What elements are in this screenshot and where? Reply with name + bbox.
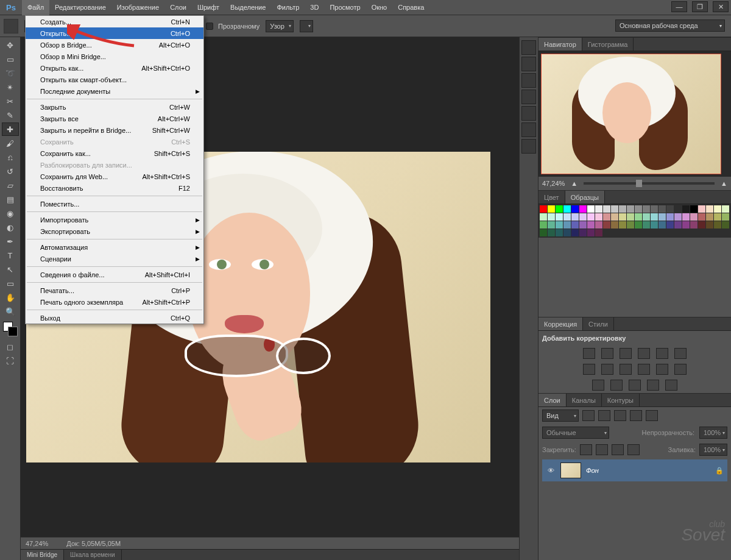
swatch[interactable] <box>563 213 571 221</box>
opacity-field[interactable]: 100% <box>699 427 727 439</box>
swatch[interactable] <box>571 221 579 229</box>
swatch[interactable] <box>651 213 658 221</box>
adj-brightness-icon[interactable] <box>583 348 595 359</box>
swatch[interactable] <box>579 205 587 213</box>
filter-smart-icon[interactable] <box>646 410 658 421</box>
swatch[interactable] <box>635 205 642 213</box>
eyedropper-tool-icon[interactable]: ✎ <box>2 108 19 122</box>
menu-item[interactable]: Печать одного экземпляраAlt+Shift+Ctrl+P <box>26 296 203 308</box>
swatch[interactable] <box>627 221 634 229</box>
swatch[interactable] <box>690 213 697 221</box>
menu-item[interactable]: Открыть...Ctrl+O <box>26 27 203 39</box>
menu-item[interactable]: Обзор в Mini Bridge... <box>26 51 203 62</box>
swatch[interactable] <box>666 213 674 221</box>
swatch[interactable] <box>659 205 666 213</box>
swatch[interactable] <box>651 205 658 213</box>
adj-threshold-icon[interactable] <box>592 380 604 391</box>
nav-zoom-slider[interactable] <box>584 182 715 185</box>
swatch[interactable] <box>611 205 618 213</box>
swatch[interactable] <box>643 213 650 221</box>
swatch[interactable] <box>563 229 571 236</box>
swatch[interactable] <box>674 205 682 213</box>
swatch[interactable] <box>587 229 595 236</box>
menu-3d[interactable]: 3D <box>305 0 324 15</box>
dock-icon[interactable] <box>521 139 536 154</box>
adj-channelmixer-icon[interactable] <box>620 364 632 375</box>
close-button[interactable]: ✕ <box>713 1 729 12</box>
swatch[interactable] <box>706 205 713 213</box>
maximize-button[interactable]: ❐ <box>692 1 708 12</box>
tab-channels[interactable]: Каналы <box>567 394 602 406</box>
swatch[interactable] <box>698 205 705 213</box>
swatch[interactable] <box>651 221 658 229</box>
swatch[interactable] <box>556 229 563 236</box>
swatch[interactable] <box>556 221 563 229</box>
hand-tool-icon[interactable]: ✋ <box>2 291 19 304</box>
crop-tool-icon[interactable]: ✂ <box>2 94 19 108</box>
workspace-select[interactable]: Основная рабочая среда <box>615 19 725 32</box>
menu-редактирование[interactable]: Редактирование <box>49 0 111 15</box>
swatch[interactable] <box>666 221 674 229</box>
swatch[interactable] <box>659 213 666 221</box>
history-brush-tool-icon[interactable]: ↺ <box>2 165 19 178</box>
color-swatches-icon[interactable] <box>3 322 18 336</box>
dock-icon[interactable] <box>521 122 536 137</box>
menu-item[interactable]: Поместить... <box>26 198 203 210</box>
brush-tool-icon[interactable]: 🖌 <box>2 136 19 150</box>
adj-photofilter-icon[interactable] <box>601 364 613 375</box>
tab-navigator[interactable]: Навигатор <box>539 38 582 51</box>
swatch[interactable] <box>611 221 618 229</box>
menu-шрифт[interactable]: Шрифт <box>192 0 225 15</box>
adj-gradmap-icon[interactable] <box>610 380 623 391</box>
swatch[interactable] <box>682 213 690 221</box>
adj-hue-icon[interactable] <box>674 348 687 359</box>
eraser-tool-icon[interactable]: ▱ <box>2 179 19 192</box>
menu-item[interactable]: ЗакрытьCtrl+W <box>26 101 203 113</box>
swatch[interactable] <box>714 221 721 229</box>
menu-изображение[interactable]: Изображение <box>111 0 164 15</box>
swatch[interactable] <box>587 205 595 213</box>
swatch[interactable] <box>611 213 618 221</box>
swatch[interactable] <box>548 213 555 221</box>
swatch[interactable] <box>674 221 682 229</box>
type-tool-icon[interactable]: T <box>2 249 19 262</box>
menu-фильтр[interactable]: Фильтр <box>271 0 305 15</box>
minimize-button[interactable]: — <box>671 1 687 12</box>
swatch[interactable] <box>690 205 697 213</box>
menu-item[interactable]: Открыть как смарт-объект... <box>26 74 203 85</box>
swatch[interactable] <box>722 221 729 229</box>
swatch[interactable] <box>714 213 721 221</box>
swatch[interactable] <box>571 213 579 221</box>
menu-просмотр[interactable]: Просмотр <box>324 0 366 15</box>
menu-item[interactable]: Экспортировать▶ <box>26 225 203 237</box>
swatch[interactable] <box>540 221 547 229</box>
shape-tool-icon[interactable]: ▭ <box>2 277 19 290</box>
wand-tool-icon[interactable]: ✴ <box>2 80 19 94</box>
filter-shape-icon[interactable] <box>630 410 642 421</box>
layer-filter-select[interactable]: Вид <box>542 409 579 422</box>
nav-zoom-in-icon[interactable]: ▲ <box>721 180 727 187</box>
dock-icon[interactable] <box>521 90 536 104</box>
swatch[interactable] <box>579 213 587 221</box>
tab-minibridge[interactable]: Mini Bridge <box>21 550 64 560</box>
swatch[interactable] <box>603 221 610 229</box>
swatch[interactable] <box>643 205 650 213</box>
adj-posterize-icon[interactable] <box>674 364 687 375</box>
menu-item[interactable]: Автоматизация▶ <box>26 241 203 253</box>
swatch[interactable] <box>556 205 563 213</box>
gradient-tool-icon[interactable]: ▤ <box>2 193 19 206</box>
adj-bw-icon[interactable] <box>583 364 595 375</box>
zoom-tool-icon[interactable]: 🔍 <box>2 305 19 318</box>
visibility-icon[interactable]: 👁 <box>546 467 556 474</box>
menu-окно[interactable]: Окно <box>366 0 393 15</box>
swatch[interactable] <box>698 221 705 229</box>
lock-pos-icon[interactable] <box>612 444 624 455</box>
swatch[interactable] <box>635 221 642 229</box>
menu-выделение[interactable]: Выделение <box>225 0 271 15</box>
dock-icon[interactable] <box>521 73 536 88</box>
swatch[interactable] <box>595 213 602 221</box>
lock-pixels-icon[interactable] <box>596 444 608 455</box>
adj-extra-icon[interactable] <box>647 380 659 391</box>
swatch[interactable] <box>540 205 547 213</box>
menu-item[interactable]: Печатать...Ctrl+P <box>26 285 203 296</box>
